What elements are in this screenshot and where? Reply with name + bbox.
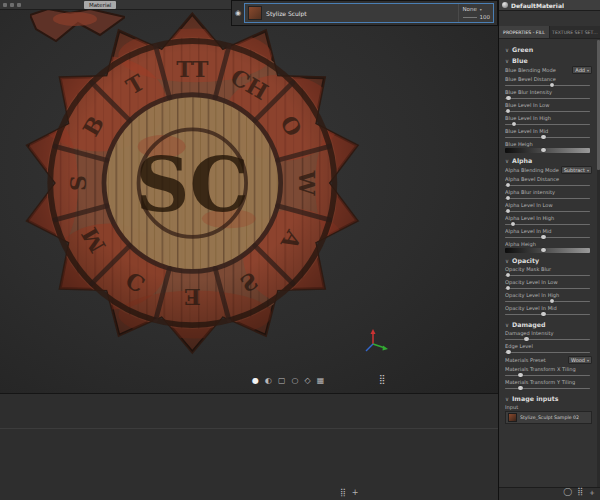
slider-knob[interactable]	[512, 122, 517, 127]
slider-track[interactable]	[505, 185, 590, 187]
grid-icon[interactable]: ⣿	[577, 487, 583, 498]
picker-circle-icon[interactable]: ◯	[563, 487, 572, 498]
toolbar-dot-icon[interactable]	[3, 3, 7, 7]
slider-opacity-level-in-high[interactable]	[505, 298, 590, 304]
slider-knob[interactable]	[541, 312, 546, 317]
slider-track[interactable]	[505, 211, 590, 213]
slider-materials-transform-x-tiling[interactable]	[505, 372, 590, 378]
slider-knob[interactable]	[518, 386, 523, 391]
slider-edge-level[interactable]	[505, 349, 590, 355]
slider-knob[interactable]	[506, 109, 511, 114]
slider-knob[interactable]	[506, 350, 511, 355]
slider-track[interactable]	[505, 124, 590, 126]
dropdown-materials-preset[interactable]: Wood▾	[568, 356, 592, 364]
slider-track[interactable]	[505, 111, 590, 113]
section-image-inputs[interactable]: ∨Image inputs	[505, 395, 592, 402]
slider-track[interactable]	[505, 85, 590, 87]
section-opacity[interactable]: ∨Opacity	[505, 257, 592, 264]
slider-knob[interactable]	[541, 148, 546, 153]
slider-alpha-level-in-low[interactable]	[505, 208, 590, 214]
slider-blue-blur-intensity[interactable]	[505, 95, 590, 101]
half-sphere-icon[interactable]: ◐	[265, 373, 272, 389]
slider-knob[interactable]	[518, 373, 523, 378]
slider-knob[interactable]	[506, 183, 511, 188]
toolbar-dot-icon[interactable]	[10, 3, 14, 7]
texture-set-header[interactable]: DefaultMaterial	[499, 0, 600, 11]
slider-knob[interactable]	[550, 83, 555, 88]
add-button[interactable]: +	[352, 488, 359, 497]
slider-knob[interactable]	[550, 299, 555, 304]
slider-opacity-level-in-low[interactable]	[505, 285, 590, 291]
slider-blue-level-in-high[interactable]	[505, 121, 590, 127]
slider-alpha-bevel-distance[interactable]	[505, 182, 590, 188]
plus-button[interactable]: ＋	[588, 487, 596, 498]
slider-alpha-level-in-mid[interactable]	[505, 234, 590, 240]
slider-knob[interactable]	[524, 337, 529, 342]
slider-knob[interactable]	[506, 196, 511, 201]
dropdown-alpha-blending-mode[interactable]: Subtract▾	[561, 166, 592, 174]
slider-knob[interactable]	[541, 135, 546, 140]
slider-track[interactable]	[505, 248, 590, 253]
slider-alpha-blur-intensity[interactable]	[505, 195, 590, 201]
slider-track[interactable]	[505, 339, 590, 341]
slider-alpha-heigh[interactable]	[505, 247, 590, 253]
section-alpha[interactable]: ∨Alpha	[505, 157, 592, 164]
section-blue[interactable]: ∨Blue	[505, 57, 592, 64]
slider-track[interactable]	[505, 224, 590, 226]
slider-materials-transform-y-tiling[interactable]	[505, 385, 590, 391]
property-alpha-bevel-distance: Alpha Bevel Distance	[505, 176, 592, 188]
slider-knob[interactable]	[541, 235, 546, 240]
chevron-down-icon: ∨	[505, 58, 509, 64]
slider-knob[interactable]	[506, 96, 511, 101]
section-green[interactable]: ∨Green	[505, 46, 592, 53]
slider-knob[interactable]	[541, 248, 546, 253]
layer-opacity-slider[interactable]	[463, 17, 477, 18]
slider-opacity-level-in-mid[interactable]	[505, 311, 590, 317]
section-damaged[interactable]: ∨Damaged	[505, 321, 592, 328]
slider-damaged-intensity[interactable]	[505, 336, 590, 342]
wireframe-square-icon[interactable]: ▢	[278, 373, 286, 389]
toolbar-dot-icon[interactable]	[17, 3, 21, 7]
slider-knob[interactable]	[506, 273, 511, 278]
slider-track[interactable]	[505, 98, 590, 100]
slider-knob[interactable]	[506, 286, 511, 291]
slider-track[interactable]	[505, 275, 590, 277]
visibility-eye-icon[interactable]: ◉	[235, 8, 241, 18]
slider-blue-level-in-low[interactable]	[505, 108, 590, 114]
slider-track[interactable]	[505, 198, 590, 200]
properties-body: ∨Green∨BlueBlue Blending ModeAdd▾Blue Be…	[499, 40, 596, 487]
material-sphere-icon[interactable]: ●	[252, 373, 259, 389]
layer-opacity-value[interactable]: 100	[480, 14, 491, 20]
tab-properties-fill[interactable]: PROPERTIES - FILL	[499, 26, 550, 38]
viewport-3d[interactable]: TTCHOWAƧEƆMSBT SC Material ●◐▢○◇▦ ⣿	[0, 0, 498, 393]
slider-track[interactable]	[505, 314, 590, 316]
image-input-stylize-sculpt-sample-02[interactable]: Stylize_Sculpt Sample 02	[505, 411, 592, 424]
dropdown-blue-blending-mode[interactable]: Add▾	[572, 66, 592, 74]
slider-track[interactable]	[505, 352, 590, 354]
slider-opacity-mask-blur[interactable]	[505, 272, 590, 278]
circle-icon[interactable]: ○	[292, 373, 299, 389]
slider-blue-heigh[interactable]	[505, 147, 590, 153]
medallion-3d-model[interactable]: TTCHOWAƧEƆMSBT SC	[8, 12, 392, 358]
slider-blue-level-in-mid[interactable]	[505, 134, 590, 140]
shelf-grid-icon[interactable]: ⣿	[379, 374, 386, 384]
grid-icon[interactable]: ⣿	[340, 488, 346, 497]
slider-track[interactable]	[505, 288, 590, 290]
material-mode-dropdown[interactable]: Material	[84, 1, 116, 9]
tab-texture-set-settings[interactable]: TEXTURE SET SET…	[550, 26, 600, 38]
texture-view-icon[interactable]: ▦	[317, 373, 325, 389]
slider-track[interactable]	[505, 148, 590, 153]
layer-blend-dropdown[interactable]: None ▾	[463, 6, 491, 12]
axis-gizmo-icon[interactable]	[360, 328, 390, 358]
slider-alpha-level-in-high[interactable]	[505, 221, 590, 227]
slider-knob[interactable]	[506, 209, 511, 214]
slider-track[interactable]	[505, 301, 590, 303]
slider-blue-bevel-distance[interactable]	[505, 82, 590, 88]
section-label: Blue	[512, 57, 528, 64]
layer-row[interactable]: Stylize Sculpt None ▾ 100	[244, 3, 494, 23]
brush-icon[interactable]: ◇	[305, 373, 311, 389]
slider-track[interactable]	[505, 237, 590, 239]
slider-track[interactable]	[505, 137, 590, 139]
slider-knob[interactable]	[511, 222, 516, 227]
property-blue-bevel-distance: Blue Bevel Distance	[505, 76, 592, 88]
